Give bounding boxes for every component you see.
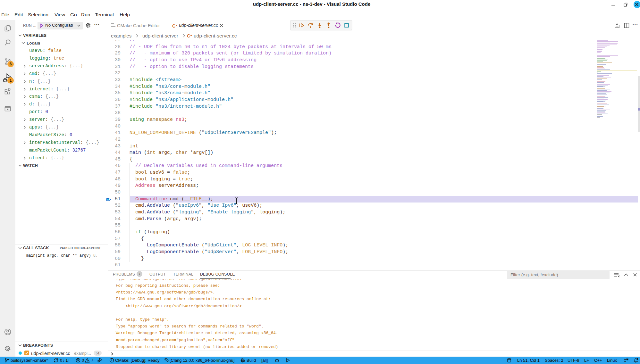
- svg-text:C: C: [172, 23, 176, 29]
- svg-text:C: C: [187, 33, 190, 38]
